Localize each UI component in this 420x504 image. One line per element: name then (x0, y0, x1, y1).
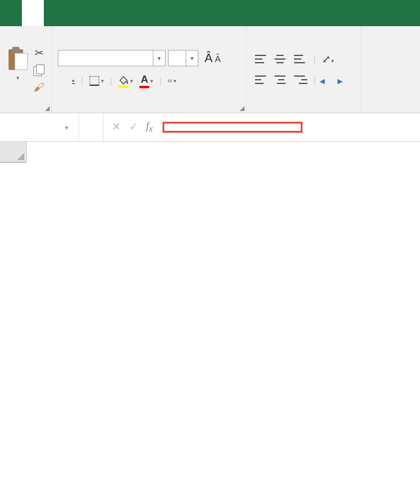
ribbon-tabs (0, 0, 420, 26)
copy-button[interactable] (33, 64, 45, 76)
font-name-combo[interactable]: ▾ (58, 50, 166, 66)
font-dialog-launcher[interactable]: ◢ (240, 105, 245, 111)
increase-indent-button[interactable]: ◀ (340, 74, 352, 85)
name-box-dropdown[interactable]: ▾ (61, 124, 72, 131)
brush-icon: 🖌 (33, 81, 44, 94)
tab-home[interactable] (22, 0, 44, 26)
separator: | (313, 75, 316, 85)
chevron-down-icon: ▾ (173, 78, 177, 84)
tab-view[interactable] (153, 0, 175, 26)
phonetic-button[interactable]: ▾ (168, 78, 177, 84)
chevron-down-icon: ▾ (72, 78, 75, 84)
group-alignment: | ⤢▾ | ◀ ◀ (247, 26, 362, 113)
chevron-down-icon: ▾ (130, 78, 133, 84)
group-font-label (58, 108, 240, 110)
chevron-down-icon: ▾ (101, 78, 104, 84)
font-color-icon: A (141, 74, 148, 86)
format-painter-button[interactable]: 🖌 (33, 81, 45, 93)
fill-color-button[interactable]: ▾ (118, 75, 133, 86)
align-left-button[interactable] (255, 74, 268, 85)
increase-font-button[interactable]: Â (205, 51, 212, 65)
tab-insert[interactable] (44, 0, 66, 26)
tab-data[interactable] (110, 0, 131, 26)
chevron-down-icon: ▾ (16, 75, 19, 81)
tab-file[interactable] (0, 0, 22, 26)
ribbon: ▾ ✂ 🖌 ◢ ▾ (0, 26, 420, 113)
arrow-right-icon: ◀ (338, 77, 343, 85)
enter-formula-button[interactable]: ✓ (129, 121, 138, 133)
align-right-button[interactable] (294, 74, 307, 85)
copy-icon (33, 65, 44, 75)
select-all-button[interactable] (0, 142, 27, 163)
group-clipboard: ▾ ✂ 🖌 ◢ (0, 26, 52, 113)
chevron-down-icon: ▾ (331, 58, 334, 64)
group-font: ▾ ▾ Â Ǎ ▾ | ▾ (52, 26, 247, 113)
font-color-bar (139, 86, 149, 88)
formula-input[interactable] (163, 122, 303, 133)
group-alignment-label (255, 108, 352, 110)
group-clipboard-label (6, 108, 45, 110)
decrease-font-button[interactable]: Ǎ (215, 54, 221, 64)
formula-bar: ▾ ✕ ✓ fx (0, 113, 420, 142)
bucket-icon (118, 75, 129, 86)
cancel-formula-button[interactable]: ✕ (112, 121, 121, 133)
separator: | (313, 54, 316, 64)
paste-button[interactable]: ▾ (6, 44, 29, 81)
paste-icon (6, 44, 29, 72)
orientation-button[interactable]: ⤢▾ (322, 53, 334, 66)
font-name-input[interactable] (58, 51, 153, 66)
tab-developer[interactable] (175, 0, 197, 26)
arrow-left-icon: ◀ (320, 77, 324, 85)
chevron-down-icon[interactable]: ▾ (186, 51, 198, 66)
font-size-combo[interactable]: ▾ (168, 50, 198, 66)
align-bottom-button[interactable] (294, 54, 307, 65)
wen-label (168, 80, 172, 82)
chevron-down-icon: ▾ (150, 78, 153, 84)
chevron-down-icon[interactable]: ▾ (153, 51, 165, 66)
border-button[interactable]: ▾ (89, 76, 104, 86)
clipboard-dialog-launcher[interactable]: ◢ (45, 105, 50, 111)
align-middle-button[interactable] (275, 54, 288, 65)
tab-formulas[interactable] (88, 0, 110, 26)
name-box[interactable] (4, 121, 61, 133)
spreadsheet-grid (0, 142, 420, 163)
underline-button[interactable]: ▾ (70, 78, 75, 84)
cut-button[interactable]: ✂ (33, 47, 45, 59)
font-color-button[interactable]: A ▾ (139, 74, 153, 88)
font-size-input[interactable] (169, 51, 186, 66)
decrease-indent-button[interactable]: ◀ (322, 74, 334, 85)
separator: | (110, 76, 113, 86)
align-top-button[interactable] (255, 54, 268, 65)
scissors-icon: ✂ (35, 46, 44, 60)
formula-bar-separator (79, 113, 103, 141)
insert-function-button[interactable]: fx (146, 120, 153, 134)
tab-page-layout[interactable] (66, 0, 88, 26)
align-center-button[interactable] (275, 74, 288, 85)
separator: | (159, 76, 162, 86)
border-icon (89, 76, 99, 86)
tab-review[interactable] (131, 0, 153, 26)
separator: | (81, 76, 83, 86)
